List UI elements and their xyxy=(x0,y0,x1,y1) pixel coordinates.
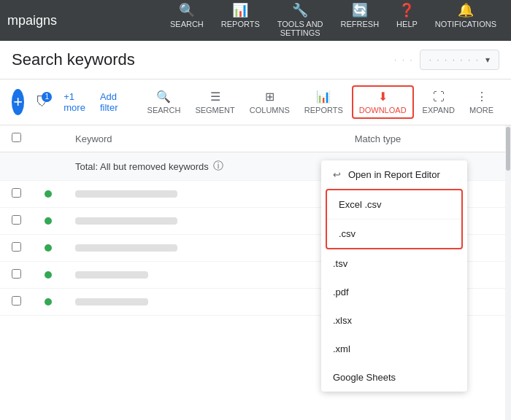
row-checkbox[interactable] xyxy=(12,242,21,252)
download-tool-icon: ⬇ xyxy=(378,90,388,104)
scroll-thumb xyxy=(506,127,510,171)
nav-items: 🔍 SEARCH 📊 REPORTS 🔧 TOOLS AND SETTINGS … xyxy=(163,0,504,43)
row-checkbox[interactable] xyxy=(12,296,21,306)
add-filter-button[interactable]: Add filter xyxy=(100,91,118,113)
columns-tool-label: COLUMNS xyxy=(250,106,290,114)
date-dots2: · · · · · · · xyxy=(429,55,480,65)
report-editor-icon: ↩ xyxy=(333,169,341,180)
more-filters-button[interactable]: +1 more xyxy=(64,91,85,113)
row-keyword-cell xyxy=(64,235,343,262)
scroll-indicator[interactable] xyxy=(505,125,511,420)
keyword-blur xyxy=(75,271,148,279)
segment-tool-button[interactable]: ☰ SEGMENT xyxy=(189,87,240,117)
dropdown-item-tsv[interactable]: .tsv xyxy=(321,249,467,278)
nav-help[interactable]: ❓ HELP xyxy=(389,0,425,43)
add-button[interactable]: + xyxy=(12,89,24,115)
search-nav-icon: 🔍 xyxy=(179,4,195,17)
dropdown-item-xlsx[interactable]: .xlsx xyxy=(321,306,467,335)
download-tool-button[interactable]: ⬇ DOWNLOAD xyxy=(352,85,414,119)
help-nav-icon: ❓ xyxy=(399,4,415,17)
dropdown-item-excel-csv[interactable]: Excel .csv xyxy=(327,190,461,219)
dropdown-item-csv[interactable]: .csv xyxy=(327,219,461,248)
nav-reports-label: REPORTS xyxy=(221,20,260,28)
select-all-checkbox[interactable] xyxy=(12,133,21,142)
status-dot xyxy=(45,244,52,252)
col-header-checkbox xyxy=(0,125,33,152)
nav-notifications-label: NOTIFICATIONS xyxy=(435,20,496,28)
bell-icon: 🔔 xyxy=(458,4,474,17)
dropdown-item-xml[interactable]: .xml xyxy=(321,335,467,363)
columns-tool-icon: ⊞ xyxy=(265,90,274,104)
nav-search-label: SEARCH xyxy=(170,20,204,28)
status-dot xyxy=(45,271,52,279)
keyword-blur xyxy=(75,298,148,306)
status-dot xyxy=(45,190,52,198)
page-header: Search keywords · · · · · · · · · · ▾ xyxy=(0,41,511,79)
col-header-match-type: Match type xyxy=(343,125,511,152)
tsv-label: .tsv xyxy=(333,258,347,269)
nav-notifications[interactable]: 🔔 NOTIFICATIONS xyxy=(428,0,504,43)
segment-tool-icon: ☰ xyxy=(210,90,220,104)
download-tool-label: DOWNLOAD xyxy=(359,106,407,114)
keyword-blur xyxy=(75,244,177,252)
row-checkbox[interactable] xyxy=(12,215,21,225)
app-title: mpaigns xyxy=(7,13,57,28)
row-status-cell xyxy=(33,235,64,262)
chevron-down-icon: ▾ xyxy=(485,55,490,65)
expand-tool-icon: ⛶ xyxy=(433,90,445,104)
status-dot xyxy=(45,298,52,306)
reports-nav-icon: 📊 xyxy=(232,4,248,17)
info-icon[interactable]: ⓘ xyxy=(213,160,223,173)
excel-csv-label: Excel .csv xyxy=(339,199,382,210)
reports-tool-button[interactable]: 📊 REPORTS xyxy=(299,87,349,117)
nav-tools-label: TOOLS AND SETTINGS xyxy=(277,20,323,37)
row-checkbox-cell xyxy=(0,289,33,316)
row-keyword-cell xyxy=(64,181,343,208)
reports-tool-label: REPORTS xyxy=(304,106,343,114)
tools-nav-icon: 🔧 xyxy=(292,4,308,17)
row-keyword-cell xyxy=(64,262,343,289)
row-checkbox[interactable] xyxy=(12,269,21,279)
row-status-cell xyxy=(33,262,64,289)
search-tool-label: SEARCH xyxy=(147,106,181,114)
xlsx-label: .xlsx xyxy=(333,315,352,326)
date-range-selector[interactable]: · · · · · · · ▾ xyxy=(420,50,499,70)
nav-refresh-label: REFRESH xyxy=(341,20,380,28)
total-row-check xyxy=(0,152,33,181)
search-tool-button[interactable]: 🔍 SEARCH xyxy=(142,87,187,117)
row-status-cell xyxy=(33,208,64,235)
table-header-row: Keyword Match type xyxy=(0,125,511,152)
more-tool-button[interactable]: ⋮ MORE xyxy=(464,87,499,117)
columns-tool-button[interactable]: ⊞ COLUMNS xyxy=(244,87,296,117)
expand-tool-button[interactable]: ⛶ EXPAND xyxy=(417,88,461,117)
total-row-status xyxy=(33,152,64,181)
keyword-blur xyxy=(75,217,177,225)
search-tool-icon: 🔍 xyxy=(156,90,171,104)
main-content: Search keywords · · · · · · · · · · ▾ + … xyxy=(0,41,511,420)
nav-reports[interactable]: 📊 REPORTS xyxy=(214,0,267,43)
highlighted-options: Excel .csv .csv xyxy=(326,189,463,249)
nav-tools[interactable]: 🔧 TOOLS AND SETTINGS xyxy=(270,0,331,43)
toolbar-actions: 🔍 SEARCH ☰ SEGMENT ⊞ COLUMNS 📊 REPORTS ⬇… xyxy=(142,85,499,119)
dropdown-item-pdf[interactable]: .pdf xyxy=(321,278,467,306)
filter-button[interactable]: ⛉ 1 xyxy=(36,95,49,110)
dropdown-item-sheets[interactable]: Google Sheets xyxy=(321,363,467,392)
nav-search[interactable]: 🔍 SEARCH xyxy=(163,0,211,43)
row-checkbox[interactable] xyxy=(12,188,21,198)
nav-help-label: HELP xyxy=(396,20,418,28)
more-tool-label: MORE xyxy=(469,106,493,114)
download-dropdown-menu: ↩ Open in Report Editor Excel .csv .csv … xyxy=(321,160,467,392)
refresh-nav-icon: 🔄 xyxy=(352,4,368,17)
csv-label: .csv xyxy=(339,228,356,239)
status-dot xyxy=(45,217,52,225)
total-row-text: Total: All but removed keywords xyxy=(75,161,209,172)
dropdown-item-report-editor[interactable]: ↩ Open in Report Editor xyxy=(321,160,467,189)
page-title: Search keywords xyxy=(12,50,394,69)
row-keyword-cell xyxy=(64,208,343,235)
nav-refresh[interactable]: 🔄 REFRESH xyxy=(334,0,387,43)
pdf-label: .pdf xyxy=(333,287,349,298)
sheets-label: Google Sheets xyxy=(333,372,396,383)
add-filter-label: Add filter xyxy=(100,91,118,113)
row-status-cell xyxy=(33,289,64,316)
keyword-blur xyxy=(75,190,177,198)
